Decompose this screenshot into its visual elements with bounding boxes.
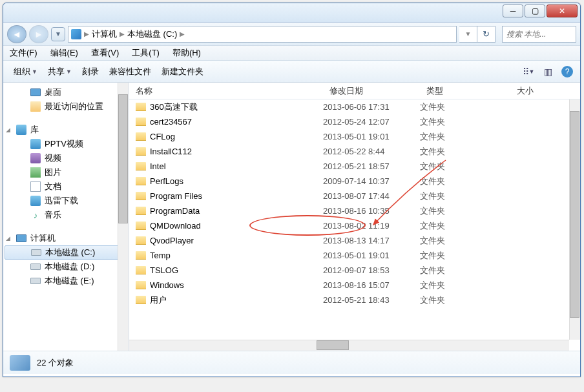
- file-row[interactable]: Intel2012-05-21 18:57文件夹: [129, 159, 580, 174]
- folder-icon: [136, 162, 146, 170]
- file-row[interactable]: QvodPlayer2013-08-13 14:17文件夹: [129, 233, 580, 248]
- file-row[interactable]: CFLog2013-05-01 19:01文件夹: [129, 129, 580, 144]
- chevron-right-icon: ▶: [83, 30, 90, 37]
- close-button[interactable]: ✕: [547, 5, 578, 17]
- sidebar-scrollbar[interactable]: [118, 83, 129, 351]
- file-row[interactable]: Program Files2013-08-07 17:44文件夹: [129, 189, 580, 203]
- search-box[interactable]: [502, 26, 576, 43]
- sidebar-item-recent[interactable]: 最近访问的位置: [3, 99, 129, 114]
- file-row[interactable]: cert2345672012-05-24 12:07文件夹: [129, 114, 580, 129]
- history-dropdown[interactable]: ▼: [51, 27, 65, 41]
- sidebar-item-drive-e[interactable]: 本地磁盘 (E:): [3, 274, 129, 288]
- sidebar-item-music[interactable]: ♪音乐: [3, 208, 129, 222]
- file-type: 文件夹: [420, 205, 510, 217]
- help-button[interactable]: ?: [559, 64, 575, 79]
- file-row[interactable]: PerfLogs2009-07-14 10:37文件夹: [129, 174, 580, 189]
- menu-bar: 文件(F) 编辑(E) 查看(V) 工具(T) 帮助(H): [3, 45, 580, 61]
- sidebar-item-computer[interactable]: ◢计算机: [3, 231, 129, 245]
- new-folder-button[interactable]: 新建文件夹: [156, 63, 209, 80]
- burn-button[interactable]: 刻录: [77, 63, 104, 80]
- menu-help[interactable]: 帮助(H): [166, 47, 207, 59]
- file-name: 用户: [150, 294, 167, 306]
- scrollbar-thumb[interactable]: [317, 340, 349, 350]
- drive-icon: [30, 278, 41, 284]
- file-name: CFLog: [150, 132, 175, 141]
- horizontal-scrollbar[interactable]: [129, 340, 569, 351]
- file-row[interactable]: 360高速下载2013-06-06 17:31文件夹: [129, 99, 580, 114]
- vertical-scrollbar[interactable]: [569, 99, 580, 340]
- address-dropdown[interactable]: ▼: [459, 26, 477, 43]
- forward-button[interactable]: ►: [29, 25, 48, 43]
- maximize-button[interactable]: ▢: [525, 5, 545, 17]
- scrollbar-thumb[interactable]: [570, 111, 579, 318]
- column-date[interactable]: 修改日期: [323, 85, 420, 97]
- file-type: 文件夹: [420, 235, 510, 247]
- file-date: 2012-09-07 18:53: [323, 265, 420, 275]
- organize-button[interactable]: 组织▼: [8, 63, 43, 80]
- file-row[interactable]: InstallC1122012-05-22 8:44文件夹: [129, 144, 580, 159]
- folder-icon: [136, 266, 146, 274]
- search-input[interactable]: [506, 30, 572, 39]
- file-row[interactable]: ProgramData2013-08-16 10:35文件夹: [129, 203, 580, 218]
- file-date: 2013-08-02 11:19: [323, 221, 420, 231]
- folder-icon: [136, 222, 146, 230]
- file-type: 文件夹: [420, 146, 510, 158]
- chevron-right-icon: ▶: [178, 30, 186, 37]
- column-size[interactable]: 大小: [510, 85, 549, 97]
- folder-icon: [136, 192, 146, 200]
- pictures-icon: [30, 167, 41, 178]
- column-name[interactable]: 名称: [129, 85, 323, 97]
- minimize-button[interactable]: ─: [503, 5, 523, 17]
- sidebar-item-label: 最近访问的位置: [45, 101, 103, 112]
- file-type: 文件夹: [420, 294, 510, 306]
- sidebar-item-desktop[interactable]: 桌面: [3, 85, 129, 99]
- folder-icon: [136, 251, 146, 260]
- address-bar[interactable]: ▶ 计算机 ▶ 本地磁盘 (C:) ▶: [68, 26, 457, 43]
- file-name: Program Files: [150, 191, 202, 201]
- sidebar-item-label: 本地磁盘 (E:): [45, 275, 94, 287]
- chevron-down-icon: ▼: [66, 68, 72, 75]
- file-row[interactable]: TSLOG2012-09-07 18:53文件夹: [129, 263, 580, 278]
- file-row[interactable]: 用户2012-05-21 18:43文件夹: [129, 293, 580, 307]
- refresh-button[interactable]: ↻: [477, 26, 495, 43]
- sidebar-item-videos[interactable]: 视频: [3, 151, 129, 165]
- sidebar-item-pictures[interactable]: 图片: [3, 165, 129, 180]
- folder-icon: [136, 281, 146, 289]
- view-options-button[interactable]: ⠿ ▼: [521, 64, 536, 79]
- column-type[interactable]: 类型: [420, 85, 510, 97]
- menu-view[interactable]: 查看(V): [85, 47, 125, 59]
- sidebar-item-libraries[interactable]: ◢库: [3, 123, 129, 137]
- back-button[interactable]: ◄: [7, 25, 26, 43]
- music-icon: ♪: [30, 210, 41, 220]
- share-button[interactable]: 共享▼: [43, 63, 77, 80]
- sidebar-item-label: 文档: [45, 181, 61, 192]
- file-row[interactable]: Windows2013-08-16 15:07文件夹: [129, 278, 580, 293]
- folder-icon: [136, 296, 146, 304]
- documents-icon: [30, 181, 41, 192]
- sidebar-item-xunlei[interactable]: 迅雷下载: [3, 194, 129, 208]
- breadcrumb-computer[interactable]: 计算机: [90, 28, 118, 40]
- collapse-icon[interactable]: ◢: [6, 235, 10, 242]
- sidebar-item-drive-c[interactable]: 本地磁盘 (C:): [5, 245, 127, 260]
- menu-edit[interactable]: 编辑(E): [44, 47, 85, 59]
- menu-tools[interactable]: 工具(T): [125, 47, 166, 59]
- scrollbar-thumb[interactable]: [118, 94, 128, 223]
- preview-pane-button[interactable]: ▥: [540, 64, 556, 79]
- file-type: 文件夹: [420, 161, 510, 172]
- file-list-pane: 名称 修改日期 类型 大小 360高速下载2013-06-06 17:31文件夹…: [129, 83, 580, 351]
- status-bar: 22 个对象: [3, 351, 580, 374]
- file-type: 文件夹: [420, 116, 510, 128]
- file-date: 2012-05-21 18:43: [323, 295, 420, 305]
- collapse-icon[interactable]: ◢: [6, 127, 10, 133]
- menu-file[interactable]: 文件(F): [3, 47, 44, 59]
- sidebar-item-label: 迅雷下载: [45, 195, 78, 207]
- compat-files-button[interactable]: 兼容性文件: [104, 63, 156, 80]
- sidebar-item-documents[interactable]: 文档: [3, 180, 129, 194]
- breadcrumb-drive-c[interactable]: 本地磁盘 (C:): [126, 28, 178, 40]
- file-row[interactable]: QMDownload2013-08-02 11:19文件夹: [129, 218, 580, 233]
- file-row[interactable]: Temp2013-05-01 19:01文件夹: [129, 248, 580, 263]
- sidebar-item-pptv[interactable]: PPTV视频: [3, 137, 129, 151]
- file-type: 文件夹: [420, 176, 510, 187]
- sidebar-item-drive-d[interactable]: 本地磁盘 (D:): [3, 260, 129, 274]
- file-date: 2012-05-22 8:44: [323, 147, 420, 156]
